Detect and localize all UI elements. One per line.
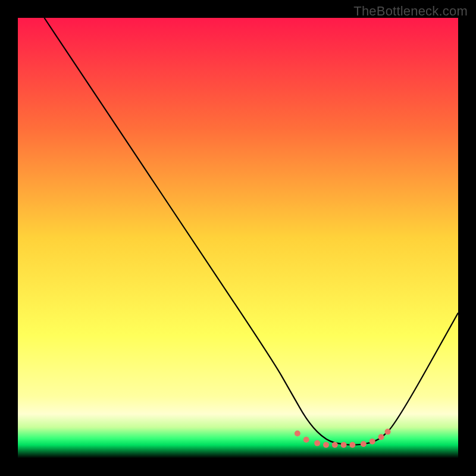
marker-point <box>369 439 375 444</box>
gradient-background <box>18 18 458 458</box>
marker-point <box>332 442 338 448</box>
chart-svg <box>18 18 458 458</box>
plot-area <box>18 18 458 458</box>
marker-point <box>303 437 309 443</box>
marker-point <box>323 442 329 448</box>
watermark-text: TheBottleneck.com <box>353 4 468 19</box>
marker-point <box>349 442 355 448</box>
marker-point <box>314 440 320 446</box>
marker-point <box>341 442 347 448</box>
marker-point <box>361 441 367 447</box>
marker-point <box>295 431 300 437</box>
marker-point <box>385 429 391 435</box>
marker-point <box>378 434 384 440</box>
